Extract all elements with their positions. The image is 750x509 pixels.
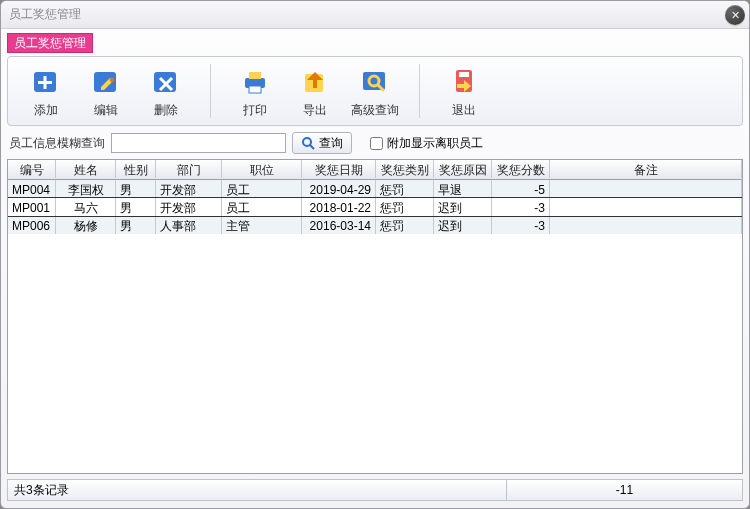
print-label: 打印 bbox=[243, 102, 267, 119]
show-left-checkbox[interactable] bbox=[370, 137, 383, 150]
cell-name: 马六 bbox=[56, 198, 116, 216]
svg-rect-2 bbox=[44, 76, 47, 89]
cell-pos: 员工 bbox=[222, 180, 302, 198]
data-grid: 编号 姓名 性别 部门 职位 奖惩日期 奖惩类别 奖惩原因 奖惩分数 备注 MP… bbox=[7, 159, 743, 474]
cell-score: -3 bbox=[492, 198, 550, 216]
advanced-query-label: 高级查询 bbox=[351, 102, 399, 119]
delete-button[interactable]: 删除 bbox=[136, 59, 196, 123]
close-button[interactable]: ✕ bbox=[725, 5, 745, 25]
svg-rect-9 bbox=[249, 86, 261, 93]
search-bar: 员工信息模糊查询 查询 附加显示离职员工 bbox=[7, 129, 743, 157]
cell-name: 杨修 bbox=[56, 216, 116, 234]
query-button-label: 查询 bbox=[319, 135, 343, 152]
svg-point-18 bbox=[303, 138, 311, 146]
exit-button[interactable]: 退出 bbox=[434, 59, 494, 123]
cell-note bbox=[550, 180, 742, 198]
cell-sex: 男 bbox=[116, 180, 156, 198]
exit-icon bbox=[446, 64, 482, 100]
table-row[interactable]: MP004李国权男开发部员工2019-04-29惩罚早退-5 bbox=[8, 180, 742, 198]
cell-pos: 员工 bbox=[222, 198, 302, 216]
col-id[interactable]: 编号 bbox=[8, 160, 56, 178]
cell-date: 2019-04-29 bbox=[302, 180, 376, 198]
cell-type: 惩罚 bbox=[376, 180, 434, 198]
cell-dept: 人事部 bbox=[156, 216, 222, 234]
col-note[interactable]: 备注 bbox=[550, 160, 742, 178]
toolbar: 添加 编辑 删除 打印 导出 bbox=[7, 56, 743, 126]
add-button[interactable]: 添加 bbox=[16, 59, 76, 123]
cell-reason: 早退 bbox=[434, 180, 492, 198]
search-advanced-icon bbox=[357, 64, 393, 100]
status-count: 共3条记录 bbox=[7, 479, 507, 501]
svg-line-19 bbox=[310, 145, 314, 149]
window-title: 员工奖惩管理 bbox=[9, 6, 81, 23]
search-label: 员工信息模糊查询 bbox=[9, 135, 105, 152]
cell-date: 2018-01-22 bbox=[302, 198, 376, 216]
cell-dept: 开发部 bbox=[156, 198, 222, 216]
col-name[interactable]: 姓名 bbox=[56, 160, 116, 178]
col-score[interactable]: 奖惩分数 bbox=[492, 160, 550, 178]
cell-note bbox=[550, 198, 742, 216]
advanced-query-button[interactable]: 高级查询 bbox=[345, 59, 405, 123]
show-left-label: 附加显示离职员工 bbox=[387, 135, 483, 152]
cell-sex: 男 bbox=[116, 198, 156, 216]
col-date[interactable]: 奖惩日期 bbox=[302, 160, 376, 178]
titlebar[interactable]: 员工奖惩管理 ✕ bbox=[1, 1, 749, 29]
delete-icon bbox=[148, 64, 184, 100]
cell-type: 惩罚 bbox=[376, 216, 434, 234]
col-sex[interactable]: 性别 bbox=[116, 160, 156, 178]
statusbar: 共3条记录 -11 bbox=[7, 478, 743, 502]
status-sum: -11 bbox=[507, 479, 743, 501]
svg-rect-16 bbox=[459, 72, 469, 77]
search-icon bbox=[301, 136, 315, 150]
cell-score: -5 bbox=[492, 180, 550, 198]
close-icon: ✕ bbox=[731, 9, 740, 22]
add-icon bbox=[28, 64, 64, 100]
export-icon bbox=[297, 64, 333, 100]
grid-header: 编号 姓名 性别 部门 职位 奖惩日期 奖惩类别 奖惩原因 奖惩分数 备注 bbox=[8, 160, 742, 180]
window: 员工奖惩管理 ✕ 员工奖惩管理 添加 编辑 删除 bbox=[0, 0, 750, 509]
print-icon bbox=[237, 64, 273, 100]
edit-label: 编辑 bbox=[94, 102, 118, 119]
cell-reason: 迟到 bbox=[434, 216, 492, 234]
cell-reason: 迟到 bbox=[434, 198, 492, 216]
cell-note bbox=[550, 216, 742, 234]
col-reason[interactable]: 奖惩原因 bbox=[434, 160, 492, 178]
col-pos[interactable]: 职位 bbox=[222, 160, 302, 178]
cell-id: MP001 bbox=[8, 198, 56, 216]
cell-type: 惩罚 bbox=[376, 198, 434, 216]
edit-button[interactable]: 编辑 bbox=[76, 59, 136, 123]
edit-icon bbox=[88, 64, 124, 100]
header-tag: 员工奖惩管理 bbox=[1, 29, 749, 53]
toolbar-separator bbox=[210, 64, 211, 118]
add-label: 添加 bbox=[34, 102, 58, 119]
svg-rect-8 bbox=[249, 72, 261, 79]
cell-score: -3 bbox=[492, 216, 550, 234]
show-left-checkbox-wrap[interactable]: 附加显示离职员工 bbox=[370, 135, 483, 152]
search-input[interactable] bbox=[111, 133, 286, 153]
query-button[interactable]: 查询 bbox=[292, 132, 352, 154]
cell-id: MP004 bbox=[8, 180, 56, 198]
cell-dept: 开发部 bbox=[156, 180, 222, 198]
delete-label: 删除 bbox=[154, 102, 178, 119]
col-type[interactable]: 奖惩类别 bbox=[376, 160, 434, 178]
cell-date: 2016-03-14 bbox=[302, 216, 376, 234]
table-row[interactable]: MP001马六男开发部员工2018-01-22惩罚迟到-3 bbox=[8, 198, 742, 216]
cell-id: MP006 bbox=[8, 216, 56, 234]
print-button[interactable]: 打印 bbox=[225, 59, 285, 123]
toolbar-separator bbox=[419, 64, 420, 118]
table-row[interactable]: MP006杨修男人事部主管2016-03-14惩罚迟到-3 bbox=[8, 216, 742, 234]
export-label: 导出 bbox=[303, 102, 327, 119]
cell-name: 李国权 bbox=[56, 180, 116, 198]
cell-pos: 主管 bbox=[222, 216, 302, 234]
cell-sex: 男 bbox=[116, 216, 156, 234]
export-button[interactable]: 导出 bbox=[285, 59, 345, 123]
exit-label: 退出 bbox=[452, 102, 476, 119]
col-dept[interactable]: 部门 bbox=[156, 160, 222, 178]
grid-body[interactable]: MP004李国权男开发部员工2019-04-29惩罚早退-5MP001马六男开发… bbox=[8, 180, 742, 473]
